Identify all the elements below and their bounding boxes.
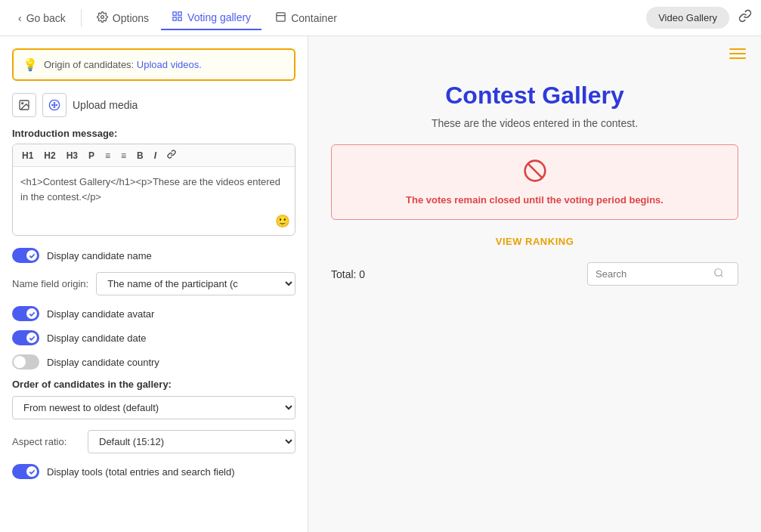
rte-bold[interactable]: B — [132, 148, 148, 163]
video-gallery-button[interactable]: Video Gallery — [646, 7, 729, 29]
display-candidate-date-label: Display candidate date — [47, 332, 147, 344]
gallery-subtitle: These are the videos entered in the cont… — [331, 117, 738, 129]
view-ranking-link[interactable]: VIEW RANKING — [496, 236, 574, 247]
upload-video-button[interactable] — [42, 93, 67, 117]
rte-h3[interactable]: H3 — [62, 148, 82, 163]
display-candidate-name-row: Display candidate name — [12, 248, 295, 263]
go-back-button[interactable]: ‹ Go back — [9, 8, 75, 29]
grid-icon — [172, 11, 183, 24]
info-banner: 💡 Origin of candidates: Upload videos. — [12, 48, 295, 81]
svg-rect-1 — [173, 11, 176, 14]
votes-closed-box: The votes remain closed until the voting… — [331, 144, 738, 220]
rte-ol[interactable]: ≡ — [101, 148, 115, 163]
svg-rect-3 — [173, 17, 176, 20]
view-ranking-container: VIEW RANKING — [331, 235, 738, 247]
display-candidate-avatar-row: Display candidate avatar — [12, 306, 295, 321]
upload-image-button[interactable] — [12, 93, 36, 117]
display-candidate-name-toggle[interactable] — [12, 248, 39, 263]
right-panel-inner: Contest Gallery These are the videos ent… — [308, 36, 761, 313]
display-candidate-date-toggle[interactable] — [12, 330, 39, 345]
rte-h1[interactable]: H1 — [17, 148, 38, 163]
display-tools-label: Display tools (total entries and search … — [47, 466, 235, 478]
display-candidate-country-row: Display candidate country — [12, 354, 295, 370]
search-icon — [713, 268, 724, 280]
intro-message-label: Introduction message: — [12, 128, 295, 139]
top-nav: ‹ Go back Options Voting gallery Contain… — [0, 0, 761, 36]
container-tab[interactable]: Container — [264, 7, 348, 29]
chain-icon[interactable] — [738, 9, 752, 26]
svg-point-7 — [22, 103, 23, 104]
svg-point-0 — [101, 15, 104, 18]
svg-point-16 — [715, 269, 722, 276]
rte-content-area[interactable]: <h1>Contest Gallery</h1><p>These are the… — [13, 167, 295, 235]
display-tools-toggle[interactable] — [12, 464, 39, 479]
rte-text: <h1>Contest Gallery</h1><p>These are the… — [20, 176, 280, 203]
svg-point-10 — [52, 104, 53, 105]
order-candidates-label: Order of candidates in the gallery: — [12, 379, 295, 390]
total-label: Total: 0 — [331, 268, 365, 280]
svg-point-12 — [56, 104, 57, 105]
rte-link[interactable] — [162, 147, 181, 163]
order-candidates-select[interactable]: From newest to oldest (default) — [12, 396, 295, 419]
gear-icon — [97, 11, 108, 25]
rte-toolbar: H1 H2 H3 P ≡ ≡ B I — [13, 144, 295, 167]
search-box — [587, 262, 738, 286]
rte-ul[interactable]: ≡ — [116, 148, 131, 163]
svg-point-9 — [54, 103, 54, 104]
name-field-origin-row: Name field origin: The name of the parti… — [12, 272, 295, 295]
svg-line-15 — [527, 164, 542, 178]
display-candidate-avatar-toggle[interactable] — [12, 306, 39, 321]
bulb-icon: 💡 — [23, 57, 38, 72]
rte-italic[interactable]: I — [150, 148, 161, 163]
display-candidate-country-toggle[interactable] — [12, 354, 39, 370]
container-icon — [275, 11, 286, 25]
votes-closed-text: The votes remain closed until the voting… — [406, 194, 664, 206]
gallery-title: Contest Gallery — [331, 82, 738, 110]
svg-rect-2 — [178, 11, 181, 14]
svg-point-13 — [54, 107, 54, 107]
aspect-ratio-label: Aspect ratio: — [12, 436, 80, 447]
hamburger-menu[interactable] — [729, 48, 746, 59]
display-candidate-name-label: Display candidate name — [47, 250, 152, 261]
main-layout: 💡 Origin of candidates: Upload videos. U… — [0, 36, 761, 532]
name-field-origin-select[interactable]: The name of the participant (c — [96, 272, 295, 295]
rte-p[interactable]: P — [84, 148, 99, 163]
display-candidate-country-label: Display candidate country — [47, 357, 159, 368]
nav-divider — [81, 9, 82, 27]
emoji-button[interactable]: 🙂 — [275, 212, 290, 230]
rte-h2[interactable]: H2 — [39, 148, 60, 163]
svg-rect-5 — [277, 12, 285, 20]
search-input[interactable] — [595, 268, 709, 280]
name-field-origin-label: Name field origin: — [12, 278, 88, 289]
svg-point-11 — [54, 104, 54, 105]
upload-videos-link[interactable]: Upload videos. — [137, 59, 202, 70]
upload-media-row: Upload media — [12, 93, 295, 117]
search-row: Total: 0 — [331, 262, 738, 286]
left-panel: 💡 Origin of candidates: Upload videos. U… — [0, 36, 308, 532]
display-candidate-date-row: Display candidate date — [12, 330, 295, 345]
svg-rect-4 — [178, 17, 181, 20]
ban-icon — [523, 159, 547, 188]
aspect-ratio-select[interactable]: Default (15:12) — [88, 430, 295, 453]
right-panel: Contest Gallery These are the videos ent… — [308, 36, 761, 532]
voting-gallery-tab[interactable]: Voting gallery — [161, 6, 261, 30]
upload-media-label: Upload media — [73, 99, 138, 111]
svg-line-17 — [721, 275, 723, 277]
rte-container: H1 H2 H3 P ≡ ≡ B I <h1>Contest Gallery</… — [12, 144, 295, 236]
aspect-ratio-row: Aspect ratio: Default (15:12) — [12, 430, 295, 453]
options-button[interactable]: Options — [88, 7, 158, 29]
display-candidate-avatar-label: Display candidate avatar — [47, 308, 154, 320]
chevron-left-icon: ‹ — [18, 12, 22, 24]
display-tools-row: Display tools (total entries and search … — [12, 464, 295, 479]
